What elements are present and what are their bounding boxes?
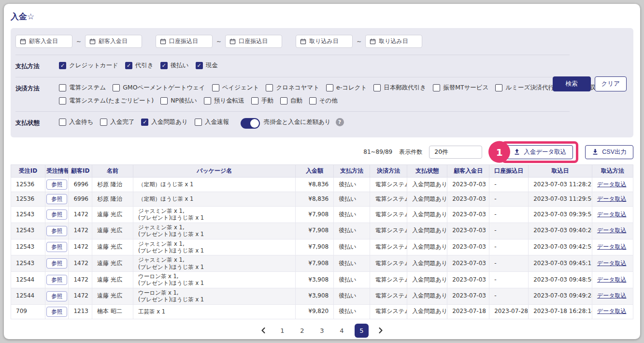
payment-method-cell: 後払い [334, 255, 370, 272]
prev-page-button[interactable] [257, 324, 270, 337]
order-id-cell: 12544 [11, 272, 45, 288]
bank-transfer-date-cell: - [489, 288, 529, 304]
import-method-link[interactable]: データ取込 [597, 227, 627, 234]
import-method-link[interactable]: データ取込 [597, 181, 627, 188]
checkbox-option[interactable]: NP後払い [160, 97, 197, 105]
checkbox-option[interactable]: 振替MTサービス [433, 84, 488, 92]
filter-actions: 検索 クリア [553, 76, 627, 91]
name-cell: 遠藤 光広 [92, 288, 133, 304]
difference-toggle-label: 売掛金と入金に差額あり [264, 118, 331, 126]
next-page-button[interactable] [374, 324, 387, 337]
csv-export-button[interactable]: CSV出力 [585, 145, 633, 159]
date-input[interactable]: 取り込み日 [365, 35, 422, 48]
checkbox-option[interactable]: 預り金転送 [204, 97, 244, 105]
search-button[interactable]: 検索 [553, 76, 591, 91]
import-method-link[interactable]: データ取込 [597, 276, 627, 283]
reference-button[interactable]: 参照 [46, 275, 67, 285]
name-cell: 遠藤 光広 [92, 223, 133, 239]
per-page-select[interactable]: 20件 [429, 146, 482, 159]
checkbox-option[interactable]: ペイジェント [212, 84, 259, 92]
import-method-cell: データ取込 [592, 192, 633, 207]
checkbox-option[interactable]: ルミーズ決済代行 [495, 84, 554, 92]
import-method-cell: データ取込 [592, 223, 633, 239]
checkbox-option[interactable]: ✓代引き [125, 61, 154, 70]
checkbox-option[interactable]: 自動 [280, 97, 302, 105]
checkbox-label: GMOペーメントゲートウェイ [123, 84, 205, 92]
order-id-cell: 12536 [11, 178, 45, 192]
range-tilde: ~ [216, 38, 221, 45]
order-info-cell: 参照 [45, 304, 69, 319]
checkbox-option[interactable]: 入金速報 [195, 118, 229, 126]
checkbox-option[interactable]: ✓クレジットカード [59, 61, 118, 70]
checkbox-option[interactable]: 電算システム(たまごリピート) [59, 97, 154, 105]
main-card: 入金☆ 顧客入金日~顧客入金日口座振込日~口座振込日取り込み日~取り込み日 支払… [4, 4, 640, 339]
unchecked-checkbox-icon [59, 119, 66, 126]
date-input[interactable]: 顧客入金日 [85, 35, 142, 48]
checkbox-option[interactable]: 入金完了 [100, 118, 134, 126]
checked-checkbox-icon: ✓ [125, 62, 132, 69]
checkbox-option[interactable]: 手動 [251, 97, 273, 105]
bank-transfer-date-cell: - [489, 223, 529, 239]
checkbox-option[interactable]: ✓入金問題あり [141, 118, 188, 126]
reference-button[interactable]: 参照 [46, 194, 67, 204]
difference-toggle[interactable] [241, 118, 260, 129]
checkbox-option[interactable]: 電算システム [59, 84, 106, 92]
import-method-link[interactable]: データ取込 [597, 243, 627, 250]
customer-id-cell: 1213 [69, 304, 92, 319]
checkbox-option[interactable]: GMOペーメントゲートウェイ [113, 84, 205, 92]
order-id-cell: 12544 [11, 288, 45, 304]
unchecked-checkbox-icon [373, 84, 381, 91]
calendar-icon [370, 38, 376, 45]
date-input[interactable]: 取り込み日 [296, 35, 353, 48]
checkbox-option[interactable]: その他 [309, 97, 338, 105]
reference-button[interactable]: 参照 [46, 307, 67, 317]
page-number-5[interactable]: 5 [355, 324, 369, 338]
import-deposit-data-button[interactable]: 入金データ取込 [507, 145, 573, 159]
date-input[interactable]: 口座振込日 [156, 35, 213, 48]
checkbox-label: クレジットカード [69, 61, 118, 70]
page-number-3[interactable]: 3 [315, 324, 329, 338]
checkbox-option[interactable]: 日本郵政代引き [373, 84, 426, 92]
page-number-2[interactable]: 2 [295, 324, 309, 338]
settlement-method-cell: 電算システム [370, 192, 407, 207]
import-method-link[interactable]: データ取込 [597, 260, 627, 267]
payment-status-cell: 入金問題あり [407, 272, 447, 288]
settlement-method-cell: 電算システム [370, 223, 407, 239]
page-number-4[interactable]: 4 [335, 324, 349, 338]
name-cell: 遠藤 光広 [92, 239, 133, 255]
import-method-link[interactable]: データ取込 [597, 308, 627, 314]
import-method-link[interactable]: データ取込 [597, 292, 627, 299]
order-info-cell: 参照 [45, 192, 69, 207]
import-date-cell: 2023-07-18 16:28:14 [529, 304, 592, 319]
import-method-link[interactable]: データ取込 [597, 195, 627, 202]
checkbox-option[interactable]: ✓後払い [160, 61, 189, 70]
unchecked-checkbox-icon [160, 97, 168, 104]
reference-button[interactable]: 参照 [46, 291, 67, 301]
download-icon [592, 149, 599, 155]
import-method-link[interactable]: データ取込 [597, 211, 627, 218]
column-header: 受注情報 [45, 165, 69, 178]
settlement-method-cell: 電算システム [370, 272, 407, 288]
settlement-method-options: 電算システムGMOペーメントゲートウェイペイジェントクロネコヤマトe-コレクト日… [59, 84, 607, 105]
payment-method-options: ✓クレジットカード✓代引き✓後払い✓現金 [59, 61, 218, 70]
customer-id-cell: 1472 [69, 207, 92, 223]
reference-button[interactable]: 参照 [46, 258, 67, 268]
column-header: 支払状態 [407, 165, 447, 178]
date-input[interactable]: 口座振込日 [225, 35, 282, 48]
reference-button[interactable]: 参照 [46, 179, 67, 190]
reference-button[interactable]: 参照 [46, 226, 67, 236]
checkbox-option[interactable]: クロネコヤマト [266, 84, 319, 92]
reference-button[interactable]: 参照 [46, 209, 67, 220]
checkbox-option[interactable]: ✓現金 [196, 61, 218, 70]
reference-button[interactable]: 参照 [46, 242, 67, 252]
checkbox-option[interactable]: e-コレクト [326, 84, 367, 92]
date-input[interactable]: 顧客入金日 [15, 35, 72, 48]
checkbox-option[interactable]: 入金待ち [59, 118, 93, 126]
checkbox-label: 入金完了 [110, 118, 134, 126]
customer-id-cell: 6996 [69, 178, 92, 192]
clear-button[interactable]: クリア [595, 76, 627, 91]
page-number-1[interactable]: 1 [275, 324, 289, 338]
help-icon[interactable]: ? [336, 118, 344, 126]
amount-cell: ¥7,908 [296, 255, 334, 272]
table-row: 12543参照1472遠藤 光広ジャスミン茶 x 1, (プレゼント)ほうじ茶 … [11, 207, 633, 223]
